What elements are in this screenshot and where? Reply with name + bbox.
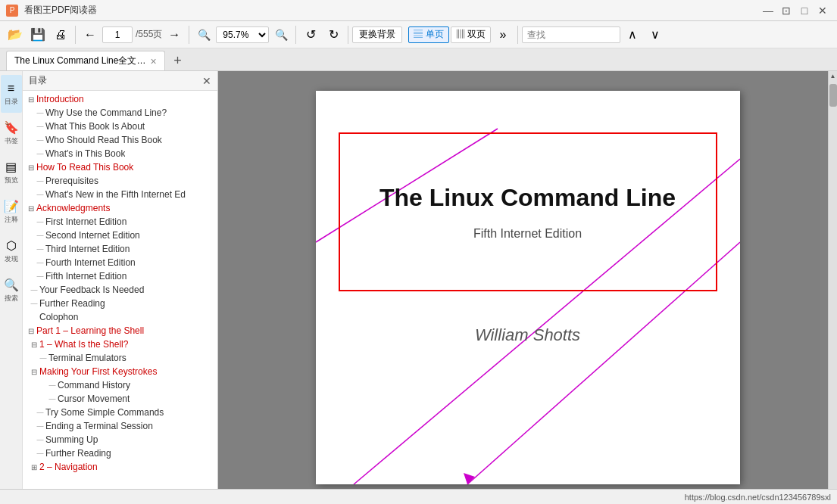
search-next-button[interactable]: ∨ [645, 24, 666, 45]
toc-expander-icon[interactable]: ⊟ [29, 341, 39, 349]
double-page-icon: ▥ [456, 29, 465, 39]
close-button[interactable]: ✕ [814, 2, 831, 19]
toc-item[interactable]: ⊟Acknowledgments [23, 201, 217, 215]
toc-leaf-icon: — [47, 395, 58, 403]
toc-item-text: Further Reading [39, 298, 105, 309]
new-tab-button[interactable]: + [168, 51, 188, 70]
pdf-page: The Linux Command Line Fifth Internet Ed… [316, 91, 740, 484]
toc-leaf-icon: — [35, 218, 45, 226]
forward-button[interactable]: → [164, 24, 185, 45]
catalog-icon: ≡ [8, 82, 14, 95]
toc-item-text: Prerequisites [45, 176, 98, 186]
single-page-button[interactable]: ▤ 单页 [408, 26, 448, 43]
toc-item[interactable]: —Terminal Emulators [23, 351, 217, 365]
toc-close-button[interactable]: ✕ [202, 75, 211, 87]
status-url: https://blog.csdn.net/csdn123456789sxl [685, 493, 831, 502]
toc-item[interactable]: ⊞2 – Navigation [23, 460, 217, 474]
toc-item[interactable]: Colophon [23, 310, 217, 324]
toc-item[interactable]: —Who Should Read This Book [23, 133, 217, 147]
toc-item[interactable]: ⊟How To Read This Book [23, 160, 217, 174]
toc-item[interactable]: —Command History [23, 378, 217, 392]
main-tab[interactable]: The Linux Command Line全文… × [6, 51, 165, 70]
toc-item[interactable]: —Fourth Internet Edition [23, 256, 217, 269]
sidebar-item-discover[interactable]: ⬡ 发现 [1, 232, 22, 270]
svg-marker-3 [464, 473, 475, 484]
discover-label: 发现 [5, 254, 18, 264]
toc-header: 目录 ✕ [23, 71, 217, 91]
search-prev-button[interactable]: ∧ [622, 24, 643, 45]
toc-item[interactable]: —Fifth Internet Edition [23, 269, 217, 283]
toc-item[interactable]: —Further Reading [23, 297, 217, 310]
more-button[interactable]: » [492, 24, 514, 45]
zoom-in-button[interactable]: 🔍 [270, 24, 292, 45]
sidebar-item-search[interactable]: 🔍 搜索 [1, 272, 22, 310]
main-layout: ≡ 目录 🔖 书签 ▤ 预览 📝 注释 ⬡ 发现 🔍 搜索 目录 ✕ [0, 71, 837, 504]
toc-expander-icon[interactable]: ⊟ [26, 163, 36, 172]
toc-expander-icon[interactable]: ⊞ [29, 463, 39, 471]
toc-leaf-icon: — [35, 245, 45, 253]
toc-leaf-icon: — [35, 232, 45, 239]
toc-item-text: Terminal Emulators [48, 353, 126, 363]
zoom-select[interactable]: 95.7% 50% 75% 100% 125% [216, 26, 269, 43]
restore-button[interactable]: ⊡ [778, 2, 795, 19]
sidebar-item-annotation[interactable]: 📝 注释 [1, 193, 22, 231]
rotate-left-button[interactable]: ↺ [300, 24, 321, 45]
search-input[interactable] [522, 26, 620, 43]
toc-item[interactable]: ⊟Introduction [23, 92, 217, 106]
toc-expander-icon[interactable]: ⊟ [26, 327, 36, 335]
toc-item[interactable]: —Prerequisites [23, 174, 217, 188]
toc-expander-icon[interactable]: ⊟ [29, 368, 39, 376]
toc-item[interactable]: —Ending a Terminal Session [23, 419, 217, 433]
toc-item[interactable]: —What's New in the Fifth Internet Ed [23, 188, 217, 201]
toc-item[interactable]: —Cursor Movement [23, 392, 217, 406]
double-page-button[interactable]: ▥ 双页 [451, 26, 491, 43]
toc-expander-icon[interactable]: ⊟ [26, 204, 36, 213]
toc-item[interactable]: —Second Internet Edition [23, 229, 217, 242]
toc-item-text: What's New in the Fifth Internet Ed [45, 189, 186, 200]
pdf-subtitle: Fifth Internet Edition [473, 227, 582, 241]
pdf-area: The Linux Command Line Fifth Internet Ed… [218, 71, 837, 504]
tab-close-button[interactable]: × [150, 55, 156, 67]
toc-item[interactable]: ⊟Making Your First Keystrokes [23, 365, 217, 378]
toc-item[interactable]: —Try Some Simple Commands [23, 406, 217, 419]
toc-item-text: Your Feedback Is Needed [39, 285, 144, 295]
open-button[interactable]: 📂 [5, 24, 26, 45]
sidebar-item-bookmark[interactable]: 🔖 书签 [1, 114, 22, 152]
rotate-right-button[interactable]: ↻ [323, 24, 344, 45]
toc-leaf-icon: — [35, 450, 45, 457]
toc-item-text: How To Read This Book [36, 162, 133, 173]
toc-item[interactable]: ⊟Part 1 – Learning the Shell [23, 324, 217, 338]
toc-item[interactable]: —What's in This Book [23, 147, 217, 160]
toc-item[interactable]: —Your Feedback Is Needed [23, 283, 217, 297]
bg-button[interactable]: 更换背景 [352, 26, 402, 43]
toc-expander-icon[interactable]: ⊟ [26, 95, 36, 104]
toc-item[interactable]: ⊟1 – What Is the Shell? [23, 338, 217, 351]
single-page-icon: ▤ [414, 29, 423, 39]
page-number-input[interactable] [102, 26, 133, 43]
toc-item[interactable]: —Summing Up [23, 433, 217, 446]
zoom-out-button[interactable]: 🔍 [193, 24, 214, 45]
sidebar-item-catalog[interactable]: ≡ 目录 [1, 75, 22, 113]
toc-item[interactable]: —Third Internet Edition [23, 242, 217, 256]
discover-icon: ⬡ [6, 238, 17, 253]
sidebar-item-preview[interactable]: ▤ 预览 [1, 154, 22, 191]
save-button[interactable]: 💾 [27, 24, 48, 45]
app-icon: P [6, 5, 18, 17]
toc-item[interactable]: —What This Book Is About [23, 120, 217, 133]
minimize-button[interactable]: — [760, 2, 776, 19]
toc-item[interactable]: —Further Reading [23, 446, 217, 460]
scroll-thumb[interactable] [829, 84, 837, 107]
scroll-up-button[interactable]: ▲ [829, 71, 837, 80]
scroll-track[interactable] [829, 80, 837, 495]
maximize-button[interactable]: □ [796, 2, 813, 19]
preview-icon: ▤ [5, 160, 17, 174]
toc-body[interactable]: ⊟Introduction—Why Use the Command Line?—… [23, 91, 217, 504]
toc-item-text: Part 1 – Learning the Shell [36, 325, 144, 336]
back-button[interactable]: ← [80, 24, 101, 45]
print-button[interactable]: 🖨 [50, 24, 71, 45]
toc-item[interactable]: —First Internet Edition [23, 215, 217, 229]
toc-item[interactable]: —Why Use the Command Line? [23, 106, 217, 120]
right-scrollbar[interactable]: ▲ ▼ [828, 71, 837, 504]
window-controls[interactable]: — ⊡ □ ✕ [760, 2, 831, 19]
toc-item-text: Third Internet Edition [45, 244, 130, 254]
